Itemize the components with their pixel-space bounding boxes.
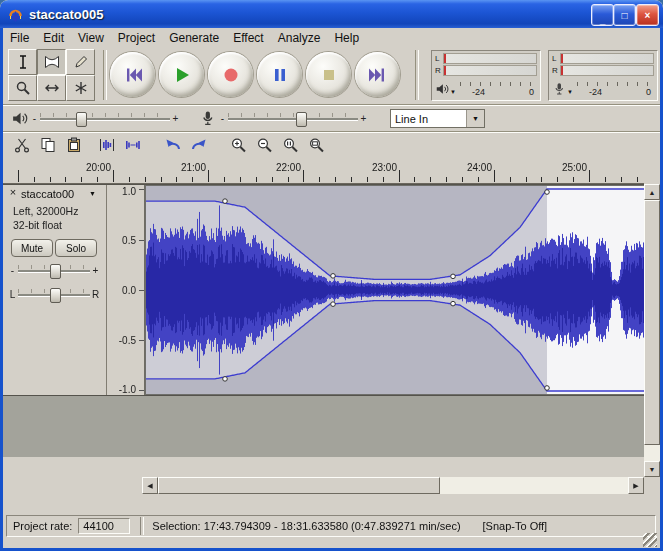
cut-button[interactable]	[9, 134, 35, 157]
speaker-icon[interactable]	[435, 82, 449, 96]
play-button[interactable]	[159, 52, 204, 97]
menu-file[interactable]: File	[3, 29, 36, 47]
empty-track-space	[3, 396, 644, 457]
scroll-up-button[interactable]: ▲	[644, 184, 660, 200]
timeline-label: 25:00	[562, 162, 587, 173]
zoom-out-button[interactable]	[252, 134, 278, 157]
pause-button[interactable]	[257, 52, 302, 97]
pause-icon	[270, 65, 290, 85]
zoom-tool-button[interactable]	[8, 75, 37, 101]
arrow-left-icon: ◀	[147, 482, 152, 490]
vruler-label: 0.0	[122, 285, 136, 296]
output-meter-bar-right	[443, 65, 537, 76]
copy-button[interactable]	[35, 134, 61, 157]
solo-button[interactable]: Solo	[55, 239, 97, 257]
timeline-label: 23:00	[372, 162, 397, 173]
stop-icon	[319, 65, 339, 85]
toolbar-separator	[415, 50, 419, 100]
output-volume-thumb[interactable]	[76, 112, 87, 127]
record-icon	[221, 65, 241, 85]
microphone-icon[interactable]	[552, 82, 566, 96]
silence-button[interactable]	[120, 134, 146, 157]
meter-clip-line	[444, 54, 446, 63]
meter-clip-line	[561, 66, 563, 75]
meter-menu-arrow-icon[interactable]: ▼	[450, 89, 456, 95]
output-meter-bar-left	[443, 53, 537, 64]
pan-track[interactable]	[18, 288, 90, 301]
vertical-ruler[interactable]: 1.0 0.5 0.0 -0.5 -1.0	[107, 185, 145, 395]
project-rate-value[interactable]: 44100	[78, 518, 130, 534]
horizontal-scroll-thumb[interactable]	[158, 477, 440, 494]
gain-slider[interactable]: - +	[9, 261, 99, 279]
stop-button[interactable]	[306, 52, 351, 97]
gain-track[interactable]	[18, 264, 90, 277]
output-volume-speaker-icon	[11, 110, 28, 127]
output-meter-scale: -24 0	[458, 80, 537, 98]
resize-grip[interactable]	[643, 533, 657, 547]
chevron-down-icon: ▼	[472, 115, 479, 122]
record-button[interactable]	[208, 52, 253, 97]
scroll-right-button[interactable]: ▶	[628, 477, 644, 494]
pan-thumb[interactable]	[50, 288, 61, 303]
titlebar[interactable]: staccato005 _ □ ×	[0, 0, 663, 28]
selection-tool-button[interactable]	[8, 49, 37, 75]
menu-generate[interactable]: Generate	[162, 29, 226, 47]
menu-help[interactable]: Help	[327, 29, 366, 47]
draw-tool-button[interactable]	[66, 49, 95, 75]
paste-button[interactable]	[61, 134, 87, 157]
scissors-icon	[13, 137, 31, 153]
output-meter[interactable]: L R ▼ -24 0	[431, 50, 541, 101]
menu-project[interactable]: Project	[111, 29, 162, 47]
project-rate-label: Project rate:	[13, 520, 72, 532]
redo-button[interactable]	[186, 134, 212, 157]
scroll-down-button[interactable]: ▼	[644, 461, 660, 477]
pan-slider[interactable]: L R	[9, 285, 99, 303]
timeline-label: 21:00	[181, 162, 206, 173]
fit-selection-button[interactable]	[278, 134, 304, 157]
mute-button[interactable]: Mute	[11, 239, 53, 257]
mixer-toolbar: - + - + Line In ▼	[3, 104, 660, 132]
multi-tool-button[interactable]	[66, 75, 95, 101]
menu-effect[interactable]: Effect	[226, 29, 270, 47]
menu-analyze[interactable]: Analyze	[271, 29, 328, 47]
input-volume-slider[interactable]: - +	[219, 109, 367, 127]
track-title[interactable]: staccato00	[21, 188, 74, 200]
gain-thumb[interactable]	[50, 264, 61, 279]
input-meter[interactable]: L R ▼ -24 0	[548, 50, 658, 101]
skip-start-icon	[123, 65, 143, 85]
input-volume-thumb[interactable]	[296, 112, 307, 127]
fit-project-button[interactable]	[304, 134, 330, 157]
vertical-scroll-thumb[interactable]	[644, 200, 660, 445]
output-volume-track[interactable]	[40, 112, 170, 125]
skip-to-start-button[interactable]	[110, 52, 155, 97]
menubar: File Edit View Project Generate Effect A…	[3, 28, 660, 47]
close-button[interactable]: ×	[636, 4, 659, 26]
silence-audio-icon	[124, 137, 142, 153]
timeline-ruler[interactable]: 20:00 21:00 22:00 23:00 24:00 25:00	[3, 158, 644, 184]
skip-end-icon	[368, 65, 388, 85]
zoom-out-icon	[256, 137, 274, 153]
redo-arrow-icon	[190, 137, 208, 153]
undo-button[interactable]	[160, 134, 186, 157]
meter-clip-line	[444, 66, 446, 75]
minimize-button[interactable]: _	[591, 4, 614, 26]
menu-edit[interactable]: Edit	[36, 29, 71, 47]
scroll-left-button[interactable]: ◀	[142, 477, 158, 494]
track-menu-arrow-icon[interactable]: ▼	[89, 190, 96, 197]
menu-view[interactable]: View	[71, 29, 111, 47]
gain-plus-label: +	[92, 265, 99, 276]
timeshift-tool-button[interactable]	[37, 75, 66, 101]
combo-dropdown-button[interactable]: ▼	[466, 110, 484, 127]
output-volume-slider[interactable]: - +	[31, 109, 179, 127]
envelope-tool-button[interactable]	[37, 49, 66, 75]
envelope-icon	[44, 54, 60, 70]
input-volume-track[interactable]	[228, 112, 358, 125]
track-close-button[interactable]: ×	[7, 186, 19, 198]
skip-to-end-button[interactable]	[355, 52, 400, 97]
maximize-button[interactable]: □	[613, 4, 636, 26]
zoom-in-button[interactable]	[226, 134, 252, 157]
meter-menu-arrow-icon[interactable]: ▼	[567, 89, 573, 95]
input-source-select[interactable]: Line In ▼	[390, 109, 485, 128]
waveform-display[interactable]	[145, 185, 647, 395]
trim-button[interactable]	[94, 134, 120, 157]
